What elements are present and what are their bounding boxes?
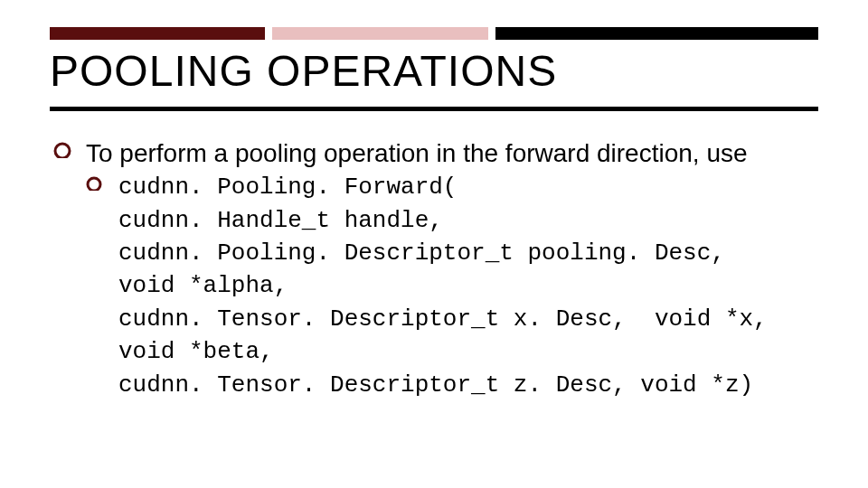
svg-point-0 [55, 144, 70, 158]
circle-bullet-icon [53, 140, 71, 158]
slide-body: To perform a pooling operation in the fo… [50, 136, 818, 401]
list-item: To perform a pooling operation in the fo… [53, 136, 818, 401]
svg-point-1 [88, 178, 100, 191]
circle-bullet-icon [86, 174, 102, 191]
slide: POOLING OPERATIONS To perform a pooling … [0, 0, 868, 488]
accent-bar-light [272, 27, 487, 40]
title-container: POOLING OPERATIONS [50, 45, 818, 111]
slide-title: POOLING OPERATIONS [50, 49, 818, 94]
decorative-top-bars [50, 27, 818, 40]
list-item: cudnn. Pooling. Forward( cudnn. Handle_t… [86, 171, 818, 401]
accent-bar-dark [50, 27, 265, 40]
code-block: cudnn. Pooling. Forward( cudnn. Handle_t… [118, 174, 768, 398]
accent-bar-black [495, 27, 818, 40]
bullet-text: To perform a pooling operation in the fo… [86, 139, 748, 167]
